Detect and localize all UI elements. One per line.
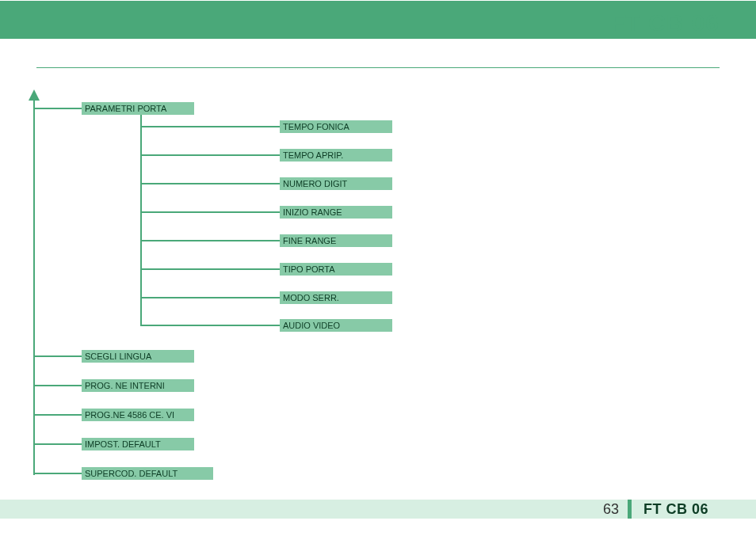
branch-line xyxy=(33,108,82,109)
tree-node-sibling: SCEGLI LINGUA xyxy=(82,350,194,363)
tree-node-child: TEMPO FONICA xyxy=(280,120,392,133)
tree-node-root: PARAMETRI PORTA xyxy=(82,102,194,115)
footer-bar xyxy=(0,500,756,519)
tree-node-child: MODO SERR. xyxy=(280,291,392,304)
header-title: FT CB 06 xyxy=(610,10,720,36)
branch-line xyxy=(140,297,280,298)
header-rule xyxy=(36,67,720,68)
tree-node-child: AUDIO VIDEO xyxy=(280,319,392,332)
tree-node-sibling: IMPOST. DEFAULT xyxy=(82,438,194,450)
branch-line xyxy=(140,183,280,184)
branch-line xyxy=(140,240,280,241)
branch-line xyxy=(140,325,280,326)
branch-line xyxy=(140,268,280,270)
branch-line xyxy=(33,385,82,386)
tree-node-sibling: PROG.NE 4586 CE. VI xyxy=(82,409,194,421)
branch-line xyxy=(140,154,280,156)
page-number: 63 xyxy=(603,500,619,519)
tree-node-child: INIZIO RANGE xyxy=(280,206,392,219)
branch-line xyxy=(140,211,280,213)
tree-sub-trunk xyxy=(140,115,142,325)
branch-line xyxy=(33,473,82,474)
tree-node-child: FINE RANGE xyxy=(280,234,392,247)
tree-node-child: TIPO PORTA xyxy=(280,263,392,276)
footer-code: FT CB 06 xyxy=(643,500,708,519)
branch-line xyxy=(33,414,82,416)
branch-line xyxy=(33,355,82,357)
tree-node-sibling: SUPERCOD. DEFAULT xyxy=(82,467,213,480)
branch-line xyxy=(140,126,280,127)
footer-accent xyxy=(628,500,632,519)
page: FT CB 06 PARAMETRI PORTA TEMPO FONICA TE… xyxy=(0,0,756,536)
tree-node-sibling: PROG. NE INTERNI xyxy=(82,379,194,392)
tree-trunk xyxy=(33,99,35,475)
tree-node-child: NUMERO DIGIT xyxy=(280,177,392,190)
tree-node-child: TEMPO APRIP. xyxy=(280,149,392,162)
branch-line xyxy=(33,443,82,445)
